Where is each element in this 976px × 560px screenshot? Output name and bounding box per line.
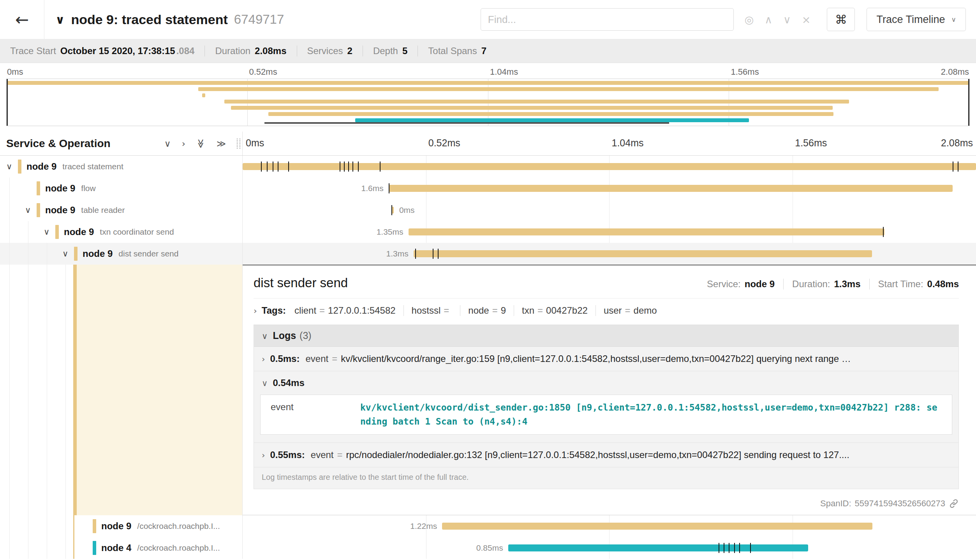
collapse-all-icon[interactable]: ≫ — [196, 139, 206, 148]
trace-collapse-chevron-icon[interactable]: ∨ — [55, 13, 65, 26]
tags-row[interactable]: › Tags: client=127.0.0.1:54582 hostssl= … — [254, 298, 959, 316]
expand-chevron-icon[interactable]: ∨ — [62, 249, 74, 258]
minimap-canvas[interactable] — [6, 79, 970, 126]
summary-label: Total Spans — [428, 46, 477, 56]
logs-title: Logs — [273, 330, 296, 341]
trace-view-dropdown-label: Trace Timeline — [876, 14, 945, 26]
log-timestamp: 0.5ms: — [270, 353, 299, 364]
logs-header[interactable]: ∨ Logs (3) — [254, 325, 958, 347]
find-clear-icon[interactable]: × — [802, 14, 811, 26]
log-marker — [883, 227, 884, 237]
back-button[interactable]: ← — [0, 0, 44, 39]
span-bar-cell[interactable]: 1.6ms — [243, 177, 976, 199]
span-name-cell[interactable]: node 9 flow — [0, 177, 243, 199]
log-entry-collapsed[interactable]: › 0.5ms: event = kv/kvclient/kvcoord/ran… — [254, 347, 958, 371]
meta-label: Duration: — [792, 279, 830, 290]
span-duration-bar[interactable] — [414, 250, 872, 257]
log-key: event — [305, 353, 328, 364]
span-row[interactable]: ∨ node 9 table reader 0ms — [0, 199, 976, 221]
span-row[interactable]: node 9 /cockroach.roachpb.I... 1.22ms — [0, 515, 976, 537]
log-marker — [729, 543, 729, 553]
span-bar-cell[interactable]: 0ms — [243, 199, 976, 221]
span-name-cell[interactable]: ∨ node 9 txn coordinator send — [0, 221, 243, 243]
viewport-handle-right[interactable] — [968, 79, 969, 126]
span-bar-cell[interactable]: 1.35ms — [243, 221, 976, 243]
viewport-handle-left[interactable] — [7, 79, 8, 126]
log-collapse-chevron-icon[interactable]: ∨ — [262, 379, 268, 388]
span-detail-row: dist sender send Service:node 9 Duration… — [0, 265, 976, 515]
log-kv-value: kv/kvclient/kvcoord/dist_sender.go:1850 … — [350, 395, 952, 434]
span-row[interactable]: ∨ node 9 traced statement — [0, 156, 976, 177]
span-duration-bar[interactable] — [389, 185, 953, 192]
span-detail-left-gutter — [0, 265, 243, 515]
log-entry-collapsed[interactable]: › 0.55ms: event = rpc/nodedialer/nodedia… — [254, 443, 958, 467]
span-row[interactable]: node 4 /cockroach.roachpb.I... 0.85ms — [0, 537, 976, 559]
ruler-tick: 0ms — [246, 137, 264, 149]
summary-label: Trace Start — [10, 46, 56, 56]
log-eq: = — [332, 353, 337, 364]
service-color-bar — [37, 181, 40, 195]
span-name-cell[interactable]: ∨ node 9 traced statement — [0, 156, 243, 177]
column-resizer[interactable] — [237, 139, 240, 149]
find-prev-icon[interactable]: ∧ — [765, 14, 772, 26]
service-color-bar — [18, 160, 21, 174]
log-marker — [358, 162, 359, 172]
service-name: node 9 — [101, 521, 131, 532]
find-next-icon[interactable]: ∨ — [783, 14, 791, 26]
expand-chevron-icon[interactable]: ∨ — [6, 162, 18, 171]
log-marker — [348, 162, 349, 172]
expand-all-icon[interactable]: ≫ — [217, 139, 226, 149]
trace-view-dropdown[interactable]: Trace Timeline ∨ — [867, 8, 966, 31]
minimap-span-bar — [202, 93, 206, 97]
ruler-tick: 1.56ms — [795, 137, 827, 149]
span-detail-meta: Service:node 9 Duration:1.3ms Start Time… — [707, 279, 959, 290]
expand-chevron-icon[interactable]: ∨ — [44, 227, 55, 237]
ruler-tick: 2.08ms — [941, 137, 973, 149]
expand-chevron-icon[interactable]: ∨ — [25, 205, 37, 215]
span-name-cell[interactable]: node 9 /cockroach.roachpb.I... — [0, 515, 243, 537]
span-bar-cell[interactable] — [243, 156, 976, 177]
span-bar-cell[interactable]: 1.22ms — [243, 515, 976, 537]
find-target-icon[interactable]: ◎ — [745, 14, 754, 26]
summary-value: 5 — [402, 46, 407, 56]
find-input[interactable] — [481, 8, 734, 31]
span-bar-cell[interactable]: 1.3ms — [243, 243, 976, 265]
summary-label: Services — [307, 46, 343, 56]
minimap-span-bar — [224, 100, 849, 104]
tags-expand-chevron-icon[interactable]: › — [254, 306, 257, 316]
collapse-one-icon[interactable]: ∨ — [164, 139, 171, 149]
span-bar-cell[interactable]: 0.85ms — [243, 537, 976, 559]
span-name-cell[interactable]: ∨ node 9 dist sender send — [0, 243, 243, 265]
ruler-tick: 1.04ms — [612, 137, 644, 149]
log-expand-chevron-icon[interactable]: › — [262, 451, 265, 460]
span-duration-bar[interactable] — [442, 523, 872, 530]
span-name-cell[interactable]: node 4 /cockroach.roachpb.I... — [0, 537, 243, 559]
log-timestamp: 0.55ms: — [270, 449, 305, 460]
tag-item: user=demo — [595, 305, 657, 316]
span-row[interactable]: node 9 flow 1.6ms — [0, 177, 976, 199]
jaeger-trace-page: ← ∨ node 9: traced statement 6749717 ◎ ∧… — [0, 0, 976, 560]
expand-one-icon[interactable]: › — [182, 139, 185, 149]
span-row[interactable]: ∨ node 9 txn coordinator send 1.35ms — [0, 221, 976, 243]
span-duration-bar[interactable] — [508, 544, 808, 551]
service-name: node 9 — [45, 183, 75, 194]
log-marker — [261, 162, 262, 172]
log-entry-expanded-header[interactable]: ∨ 0.54ms — [254, 371, 958, 392]
span-name-cell[interactable]: ∨ node 9 table reader — [0, 199, 243, 221]
span-row-selected[interactable]: ∨ node 9 dist sender send 1.3ms — [0, 243, 976, 265]
log-expand-chevron-icon[interactable]: › — [262, 355, 265, 364]
minimap-focus-underline — [264, 122, 669, 124]
service-operation-title: Service & Operation — [6, 137, 111, 150]
deep-link-icon[interactable] — [949, 499, 959, 509]
span-duration-bar[interactable] — [409, 228, 884, 235]
service-name: node 9 — [83, 248, 113, 259]
meta-label: Start Time: — [878, 279, 923, 290]
indent-guide — [65, 265, 66, 515]
summary-trace-start: Trace Start October 15 2020, 17:38:15 .0… — [10, 46, 194, 56]
logs-collapse-chevron-icon[interactable]: ∨ — [262, 332, 268, 341]
service-name: node 4 — [101, 542, 131, 553]
log-marker — [953, 162, 953, 172]
meta-value: 1.3ms — [834, 279, 861, 290]
timeline-ruler: 0ms 0.52ms 1.04ms 1.56ms 2.08ms — [243, 132, 976, 155]
keyboard-shortcuts-button[interactable]: ⌘ — [827, 8, 855, 31]
